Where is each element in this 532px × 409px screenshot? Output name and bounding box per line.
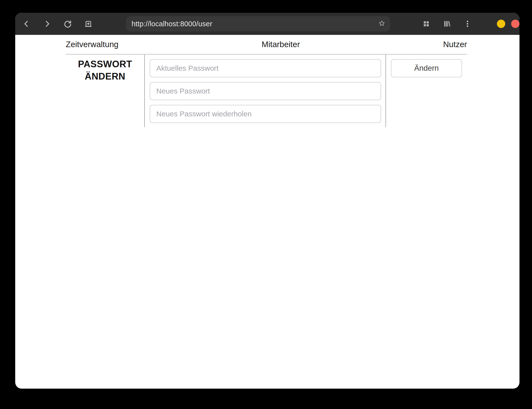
forward-icon — [43, 19, 52, 28]
main-nav: Zeitverwaltung Mitarbeiter Nutzer — [66, 35, 467, 55]
password-section-title-line2: ÄNDERN — [66, 70, 144, 82]
page-content: Zeitverwaltung Mitarbeiter Nutzer PASSWO… — [15, 35, 519, 127]
window-controls — [497, 20, 519, 28]
nav-item-mitarbeiter[interactable]: Mitarbeiter — [262, 40, 300, 49]
close-button[interactable] — [511, 20, 519, 28]
toolbar-right-buttons — [421, 19, 519, 29]
bookmark-star-icon — [378, 19, 386, 28]
tab-overview-button[interactable] — [421, 19, 431, 29]
tab-grid-icon — [422, 19, 431, 28]
toolbar-nav-buttons — [22, 19, 93, 29]
library-icon — [442, 19, 451, 28]
reload-icon — [63, 19, 72, 28]
back-icon — [22, 19, 31, 28]
browser-window: http://localhost:8000/user — [15, 13, 519, 389]
back-button[interactable] — [22, 19, 31, 29]
url-text[interactable]: http://localhost:8000/user — [132, 20, 377, 28]
password-fields-cell — [145, 55, 386, 127]
password-section-title-line1: PASSWORT — [66, 58, 144, 70]
password-action-cell: Ändern — [386, 55, 467, 127]
new-tab-button[interactable] — [83, 19, 93, 29]
nav-item-zeitverwaltung[interactable]: Zeitverwaltung — [66, 40, 119, 49]
forward-button[interactable] — [42, 19, 52, 29]
current-password-input[interactable] — [150, 59, 381, 77]
reload-button[interactable] — [63, 19, 73, 29]
password-section-title: PASSWORT ÄNDERN — [66, 58, 144, 82]
kebab-menu-icon — [463, 19, 472, 28]
nav-item-nutzer[interactable]: Nutzer — [443, 40, 467, 49]
new-tab-icon — [84, 19, 93, 28]
bookmark-button[interactable] — [377, 19, 387, 29]
repeat-new-password-input[interactable] — [150, 105, 381, 123]
browser-toolbar: http://localhost:8000/user — [15, 13, 519, 35]
password-change-section: PASSWORT ÄNDERN Ändern — [66, 55, 467, 127]
library-button[interactable] — [442, 19, 452, 29]
menu-button[interactable] — [463, 19, 472, 29]
minimize-button[interactable] — [497, 20, 505, 28]
new-password-input[interactable] — [150, 82, 381, 100]
change-password-button[interactable]: Ändern — [391, 59, 462, 77]
password-heading-cell: PASSWORT ÄNDERN — [66, 55, 145, 127]
url-bar[interactable]: http://localhost:8000/user — [126, 16, 390, 31]
